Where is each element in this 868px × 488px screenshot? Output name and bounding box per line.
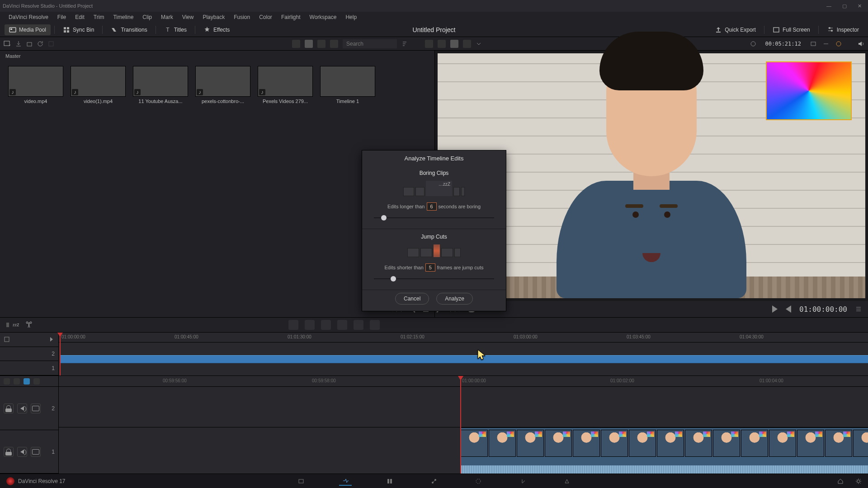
gear-icon[interactable]: [855, 478, 862, 484]
menu-playback[interactable]: Playback: [198, 13, 229, 22]
view-thumb-icon[interactable]: [305, 40, 313, 48]
flag-icon[interactable]: [33, 378, 40, 385]
tab-effects[interactable]: Effects: [199, 24, 234, 35]
track-tool-a-icon[interactable]: [4, 336, 10, 343]
overview-clip[interactable]: [60, 355, 868, 363]
video-track-2[interactable]: [59, 387, 868, 427]
lock-all-icon[interactable]: [4, 378, 10, 385]
append-icon[interactable]: [305, 320, 315, 330]
menu-timeline[interactable]: Timeline: [109, 13, 137, 22]
lock-track-icon[interactable]: [4, 447, 14, 457]
menu-help[interactable]: Help: [341, 13, 361, 22]
viewer-source-icon[interactable]: [450, 40, 458, 48]
viewer-dual-icon[interactable]: [438, 40, 446, 48]
mute-track-icon[interactable]: [17, 447, 27, 457]
smart-insert-icon[interactable]: [288, 320, 298, 330]
page-cut-icon[interactable]: [339, 477, 352, 486]
timeline-options-icon[interactable]: [855, 306, 862, 312]
track-tool-b-icon[interactable]: [48, 336, 55, 343]
import-icon[interactable]: [15, 41, 22, 47]
snap-icon[interactable]: [14, 378, 20, 385]
refresh-icon[interactable]: [37, 41, 43, 47]
maximize-button[interactable]: ▢: [842, 3, 847, 9]
inspector-button[interactable]: Inspector: [822, 24, 863, 35]
place-on-top-icon[interactable]: [354, 320, 363, 330]
menu-app[interactable]: DaVinci Resolve: [5, 13, 52, 22]
video-track-1[interactable]: [460, 427, 868, 474]
go-out-button[interactable]: [786, 305, 791, 313]
tab-media-pool[interactable]: Media Pool: [5, 24, 51, 35]
marker-icon[interactable]: [24, 378, 30, 385]
search-input[interactable]: [343, 39, 397, 48]
speaker-icon[interactable]: [857, 40, 864, 47]
media-clip[interactable]: ♪pexels-cottonbro-...: [195, 66, 250, 104]
safe-area-icon[interactable]: [750, 41, 756, 47]
timeline-ruler[interactable]: 00:59:56:0000:59:58:0001:00:00:0001:00:0…: [59, 376, 868, 387]
source-overwrite-icon[interactable]: [370, 320, 380, 330]
menu-fusion[interactable]: Fusion: [230, 13, 254, 22]
viewer-single-icon[interactable]: [425, 40, 433, 48]
timeline-playhead[interactable]: [460, 376, 461, 474]
loop-range-icon[interactable]: [835, 41, 842, 47]
page-edit-icon[interactable]: [383, 477, 396, 486]
close-up-icon[interactable]: [337, 320, 347, 330]
go-in-button[interactable]: [772, 305, 778, 313]
new-bin-icon[interactable]: [26, 41, 33, 47]
media-clip[interactable]: ♪11 Youtube Ausza...: [133, 66, 188, 104]
boring-detector-icon[interactable]: zzZ: [6, 320, 19, 330]
viewer-options-icon[interactable]: [463, 40, 471, 48]
chevron-down-icon[interactable]: [476, 41, 482, 47]
home-icon[interactable]: [837, 478, 844, 484]
boring-slider[interactable]: [374, 214, 494, 221]
analyze-button[interactable]: Analyze: [436, 293, 473, 305]
bin-header[interactable]: Master: [0, 51, 434, 61]
view-metadata-icon[interactable]: [292, 40, 300, 48]
track-header-v1[interactable]: 1: [0, 430, 58, 474]
split-icon[interactable]: [25, 321, 33, 328]
page-fusion-icon[interactable]: [428, 477, 440, 486]
view-strip-icon[interactable]: [317, 40, 326, 48]
bin-dropdown-icon[interactable]: [4, 40, 11, 47]
menu-file[interactable]: File: [53, 13, 70, 22]
lock-track-icon[interactable]: [4, 404, 14, 413]
quick-export-button[interactable]: Quick Export: [710, 24, 760, 35]
media-clip[interactable]: ♪video(1).mp4: [71, 66, 126, 104]
menu-trim[interactable]: Trim: [90, 13, 108, 22]
ripple-overwrite-icon[interactable]: [321, 320, 331, 330]
media-clip[interactable]: ♪video.mp4: [8, 66, 63, 104]
overview-playhead[interactable]: [60, 333, 61, 375]
media-clip[interactable]: Timeline 1: [320, 66, 375, 104]
jump-frames-input[interactable]: [425, 263, 435, 272]
full-screen-button[interactable]: Full Screen: [768, 24, 815, 35]
bypass-icon[interactable]: [823, 41, 829, 47]
close-button[interactable]: ✕: [858, 3, 862, 9]
sort-icon[interactable]: [401, 41, 408, 47]
monitor-track-icon[interactable]: [31, 447, 41, 457]
menu-edit[interactable]: Edit: [71, 13, 89, 22]
options-icon[interactable]: [48, 41, 54, 47]
track-header-v2[interactable]: 2: [0, 387, 58, 430]
tab-titles[interactable]: T Titles: [160, 24, 191, 35]
menu-fairlight[interactable]: Fairlight: [277, 13, 305, 22]
menu-clip[interactable]: Clip: [138, 13, 156, 22]
page-media-icon[interactable]: [295, 477, 307, 486]
match-frame-icon[interactable]: [810, 41, 816, 47]
page-fairlight-icon[interactable]: [516, 477, 529, 486]
page-color-icon[interactable]: [472, 477, 485, 486]
tab-sync-bin[interactable]: Sync Bin: [58, 24, 99, 35]
media-clip[interactable]: ♪Pexels Videos 279...: [258, 66, 313, 104]
page-deliver-icon[interactable]: [561, 477, 573, 486]
record-timecode[interactable]: 01:00:00:00: [799, 305, 847, 314]
minimize-button[interactable]: —: [826, 3, 831, 9]
jump-slider[interactable]: [374, 275, 494, 282]
cancel-button[interactable]: Cancel: [395, 293, 429, 305]
menu-workspace[interactable]: Workspace: [306, 13, 341, 22]
menu-color[interactable]: Color: [255, 13, 276, 22]
menu-view[interactable]: View: [178, 13, 198, 22]
view-list-icon[interactable]: [330, 40, 338, 48]
menu-mark[interactable]: Mark: [157, 13, 177, 22]
mute-track-icon[interactable]: [17, 404, 27, 413]
monitor-track-icon[interactable]: [31, 404, 41, 413]
tab-transitions[interactable]: Transitions: [106, 24, 151, 35]
boring-seconds-input[interactable]: [427, 202, 437, 211]
